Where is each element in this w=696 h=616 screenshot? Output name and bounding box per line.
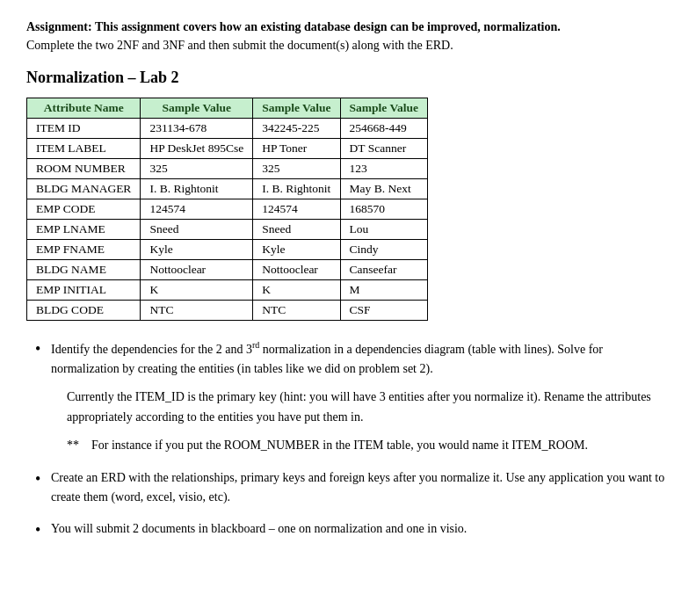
sample-value-cell: 124574	[253, 199, 340, 220]
attribute-name-cell: EMP CODE	[27, 199, 141, 220]
sample-value-cell: Nottooclear	[253, 260, 340, 280]
attribute-name-cell: BLDG CODE	[27, 301, 141, 321]
bullet-text-3: You will submit 2 documents in blackboar…	[51, 519, 670, 539]
sample-value-cell: 342245-225	[253, 119, 340, 139]
sample-value-cell: Kyle	[141, 240, 253, 260]
sample-value-cell: M	[340, 280, 427, 301]
table-row: ITEM LABELHP DeskJet 895CseHP TonerDT Sc…	[27, 139, 428, 159]
sample-value-cell: NTC	[141, 301, 253, 321]
table-row: EMP LNAMESneedSneedLou	[27, 220, 428, 240]
table-row: EMP INITIALKKM	[27, 280, 428, 301]
attribute-name-cell: BLDG NAME	[27, 260, 141, 280]
bullet-dot-1: •	[35, 338, 51, 360]
table-row: EMP CODE124574124574168570	[27, 199, 428, 220]
attribute-name-cell: EMP FNAME	[27, 240, 141, 260]
sample-value-cell: 325	[253, 159, 340, 179]
assignment-header: Assignment: This assignment covers how a…	[26, 18, 670, 54]
sample-value-cell: 123	[340, 159, 427, 179]
attribute-name-cell: EMP LNAME	[27, 220, 141, 240]
normalization-table: Attribute Name Sample Value Sample Value…	[26, 98, 428, 321]
bullet-1-double-star: ** For instance if you put the ROOM_NUMB…	[67, 436, 670, 455]
assignment-sub-text: Complete the two 2NF and 3NF and then su…	[26, 39, 453, 52]
col-header-sample2: Sample Value	[253, 98, 340, 119]
attribute-name-cell: ITEM ID	[27, 119, 141, 139]
bullet-item-3: • You will submit 2 documents in blackbo…	[35, 519, 670, 541]
section-title: Normalization – Lab 2	[26, 69, 670, 87]
bullet-text-2: Create an ERD with the relationships, pr…	[51, 468, 670, 508]
sample-value-cell: Canseefar	[340, 260, 427, 280]
sample-value-cell: Kyle	[253, 240, 340, 260]
sample-value-cell: HP Toner	[253, 139, 340, 159]
bullet-section: • Identify the dependencies for the 2 an…	[26, 338, 670, 542]
col-header-sample3: Sample Value	[340, 98, 427, 119]
attribute-name-cell: ITEM LABEL	[27, 139, 141, 159]
sample-value-cell: CSF	[340, 301, 427, 321]
table-row: BLDG NAMENottooclearNottooclearCanseefar	[27, 260, 428, 280]
bullet-1-text-before: Identify the dependencies for the 2 and …	[51, 343, 603, 375]
bullet-dot-2: •	[35, 468, 51, 490]
sample-value-cell: I. B. Rightonit	[253, 179, 340, 199]
sample-value-cell: Nottooclear	[141, 260, 253, 280]
sample-value-cell: 168570	[340, 199, 427, 220]
bullet-item-2: • Create an ERD with the relationships, …	[35, 468, 670, 508]
sample-value-cell: K	[253, 280, 340, 301]
sample-value-cell: I. B. Rightonit	[141, 179, 253, 199]
sample-value-cell: 325	[141, 159, 253, 179]
col-header-sample1: Sample Value	[141, 98, 253, 119]
attribute-name-cell: BLDG MANAGER	[27, 179, 141, 199]
sample-value-cell: K	[141, 280, 253, 301]
sample-value-cell: NTC	[253, 301, 340, 321]
sample-value-cell: 124574	[141, 199, 253, 220]
attribute-name-cell: ROOM NUMBER	[27, 159, 141, 179]
sample-value-cell: Sneed	[141, 220, 253, 240]
assignment-bold-text: Assignment: This assignment covers how a…	[26, 20, 561, 33]
table-row: BLDG CODENTCNTCCSF	[27, 301, 428, 321]
col-header-attribute: Attribute Name	[27, 98, 141, 119]
sample-value-cell: Sneed	[253, 220, 340, 240]
sample-value-cell: 254668-449	[340, 119, 427, 139]
attribute-name-cell: EMP INITIAL	[27, 280, 141, 301]
sample-value-cell: Lou	[340, 220, 427, 240]
bullet-dot-3: •	[35, 519, 51, 541]
sample-value-cell: 231134-678	[141, 119, 253, 139]
bullet-1-indent: Currently the ITEM_ID is the primary key…	[67, 388, 670, 427]
sample-value-cell: DT Scanner	[340, 139, 427, 159]
table-row: EMP FNAMEKyleKyleCindy	[27, 240, 428, 260]
sample-value-cell: HP DeskJet 895Cse	[141, 139, 253, 159]
bullet-item-1: • Identify the dependencies for the 2 an…	[35, 338, 670, 456]
table-row: ITEM ID231134-678342245-225254668-449	[27, 119, 428, 139]
table-row: BLDG MANAGERI. B. RightonitI. B. Righton…	[27, 179, 428, 199]
sample-value-cell: May B. Next	[340, 179, 427, 199]
sample-value-cell: Cindy	[340, 240, 427, 260]
bullet-text-1: Identify the dependencies for the 2 and …	[51, 338, 670, 456]
table-row: ROOM NUMBER325325123	[27, 159, 428, 179]
